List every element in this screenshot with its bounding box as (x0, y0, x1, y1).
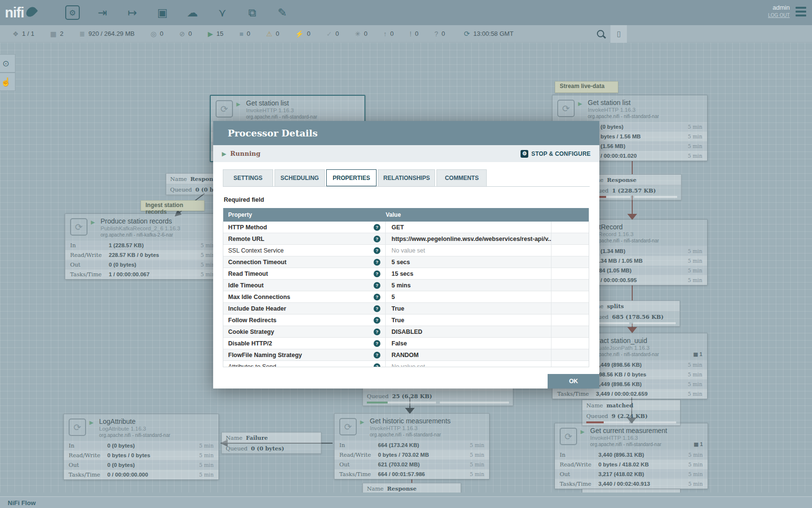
queue-bar-fill (586, 421, 604, 423)
tab-comments[interactable]: COMMENTS (436, 169, 487, 186)
remote-process-group-icon[interactable]: ☁ (185, 6, 200, 19)
help-icon[interactable]: ? (374, 363, 380, 367)
property-column-header: Property (223, 211, 386, 218)
connection-label[interactable]: NamematchedQueued9 (2.24 KB) (582, 400, 681, 426)
property-row: Idle Timeout?5 mins (223, 280, 589, 291)
property-name-cell: Read Timeout? (223, 268, 386, 279)
property-value-cell: 5 secs (386, 256, 551, 268)
stat-value: 0 (0 bytes) (107, 443, 199, 448)
stat-label: Tasks/Time (557, 390, 596, 397)
connection-name-row: NameResponse (363, 483, 461, 493)
processor-icon: ⟳ (557, 100, 575, 117)
processor-icon[interactable]: ⚙ (65, 5, 80, 20)
locally-modified-icon: ✳ (355, 30, 361, 38)
stat-label: Out (560, 471, 598, 478)
processor-titles: Get current measurementInvokeHTTP 1.16.3… (590, 427, 667, 447)
processor[interactable]: ⟳▶Get current measurementInvokeHTTP 1.16… (554, 423, 708, 489)
status-item: ↑0 (383, 30, 393, 38)
help-icon[interactable]: ? (374, 236, 380, 242)
help-icon[interactable]: ? (374, 282, 380, 289)
property-name: Cookie Strategy (228, 329, 374, 335)
canvas-label[interactable]: Stream live-data (555, 81, 618, 93)
property-value: GET (392, 224, 404, 231)
connection-label[interactable]: NameResponseQueued100 (90.08 MB) (362, 483, 461, 493)
help-icon[interactable]: ? (374, 247, 380, 254)
stat-window: 5 min (199, 472, 214, 478)
queue-bar-track (633, 421, 676, 423)
status-item-count: 15 (217, 30, 223, 37)
property-row: Follow Redirects?True (223, 314, 589, 326)
tab-relationships[interactable]: RELATIONSHIPS (378, 169, 435, 186)
stat-value: 7 / 00:00:01.020 (596, 153, 688, 159)
search-button[interactable] (593, 30, 608, 37)
help-icon[interactable]: ? (374, 305, 380, 312)
template-icon[interactable]: ⧉ (245, 6, 260, 19)
processor-titles: Get station listInvokeHTTP 1.16.3org.apa… (246, 99, 317, 120)
property-name-cell: Include Date Header? (223, 303, 386, 314)
tab-properties[interactable]: PROPERTIES (326, 169, 377, 186)
property-row: Connection Timeout?5 secs (223, 256, 589, 268)
stat-value: 7 (1.34 MB) (596, 248, 688, 254)
help-icon[interactable]: ? (374, 224, 380, 231)
help-icon[interactable]: ? (374, 270, 380, 277)
output-port-icon[interactable]: ↦ (125, 6, 140, 19)
processor-titles: Get historic measurementsInvokeHTTP 1.16… (370, 417, 450, 437)
connection-label[interactable]: NameResponseQueued0 (0 bytes) (582, 489, 681, 493)
input-port-icon[interactable]: ⇥ (95, 6, 110, 19)
connection-label[interactable]: NameFailureQueued0 (0 bytes) (221, 432, 321, 454)
name-key: Name (226, 434, 243, 441)
help-icon[interactable]: ? (374, 317, 380, 324)
refresh-icon[interactable]: ⟳ (464, 30, 470, 38)
status-item-count: 1 / 1 (22, 30, 34, 37)
operate-palette-button[interactable]: ☝ (0, 73, 15, 91)
user-area: admin LOG OUT (768, 4, 790, 19)
ok-button[interactable]: OK (548, 374, 599, 388)
queued-key: Queued (226, 445, 247, 452)
output-port-icon: ↦ (128, 6, 137, 19)
breadcrumb[interactable]: NiFi Flow (8, 499, 36, 507)
funnel-icon: ⋎ (218, 6, 227, 19)
processor[interactable]: ⟳▶Produce station recordsPublishKafkaRec… (65, 213, 220, 280)
name-key: Name (586, 491, 603, 493)
name-key: Name (170, 176, 187, 182)
process-group-icon[interactable]: ▣ (155, 6, 170, 19)
stat-row: Read/Write0 bytes / 0 bytes5 min (64, 450, 218, 460)
processor-header: ⟳▶Get historic measurementsInvokeHTTP 1.… (334, 414, 489, 440)
processor-name: Produce station records (101, 217, 180, 225)
label-icon[interactable]: ✎ (275, 6, 290, 19)
up-to-date-icon: ✓ (326, 30, 332, 38)
navigate-palette-button[interactable]: ⊙ (0, 54, 15, 73)
cluster-icon: ❖ (13, 30, 19, 38)
stat-row: Read/Write228.57 KB / 0 bytes5 min (65, 250, 220, 260)
connection-name-row: NameFailure (222, 433, 321, 443)
properties-table: Property Value HTTP Method?GETRemote URL… (223, 208, 589, 367)
queue-bar-fill (367, 402, 388, 403)
stop-and-configure-button[interactable]: ⚙ STOP & CONFIGURE (521, 150, 591, 158)
stat-window: 5 min (688, 268, 702, 273)
help-icon[interactable]: ? (374, 294, 380, 300)
stat-row: Tasks/Time0 / 00:00:00.0005 min (64, 470, 218, 479)
tab-settings[interactable]: SETTINGS (223, 169, 273, 186)
property-value-cell: 5 (386, 291, 551, 302)
stat-value: 0 bytes / 0 bytes (107, 452, 199, 458)
help-icon[interactable]: ? (374, 329, 380, 335)
property-value: 15 secs (392, 270, 413, 277)
tab-scheduling[interactable]: SCHEDULING (275, 169, 325, 186)
global-menu-icon[interactable] (796, 7, 806, 18)
stat-value: 684 (1.05 MB) (596, 268, 688, 273)
help-icon[interactable]: ? (374, 352, 380, 359)
stat-row: In664 (173.24 KB)5 min (334, 440, 489, 450)
logout-link[interactable]: LOG OUT (768, 12, 790, 19)
canvas-label[interactable]: Ingest station records (141, 200, 204, 211)
panel-toggle-button[interactable]: ▯ (610, 25, 627, 43)
property-name: Attributes to Send (228, 363, 374, 367)
help-icon[interactable]: ? (374, 340, 380, 347)
stat-value: 664 / 00:01:57.986 (378, 471, 470, 477)
status-item-count: 2 (60, 30, 63, 37)
property-name-cell: HTTP Method? (223, 222, 386, 233)
help-icon[interactable]: ? (374, 259, 380, 266)
processor[interactable]: ⟳▶LogAttributeLogAttribute 1.16.3org.apa… (63, 414, 219, 480)
funnel-icon[interactable]: ⋎ (215, 6, 230, 19)
processor[interactable]: ⟳▶Get historic measurementsInvokeHTTP 1.… (334, 413, 490, 479)
stat-window: 5 min (688, 143, 702, 149)
